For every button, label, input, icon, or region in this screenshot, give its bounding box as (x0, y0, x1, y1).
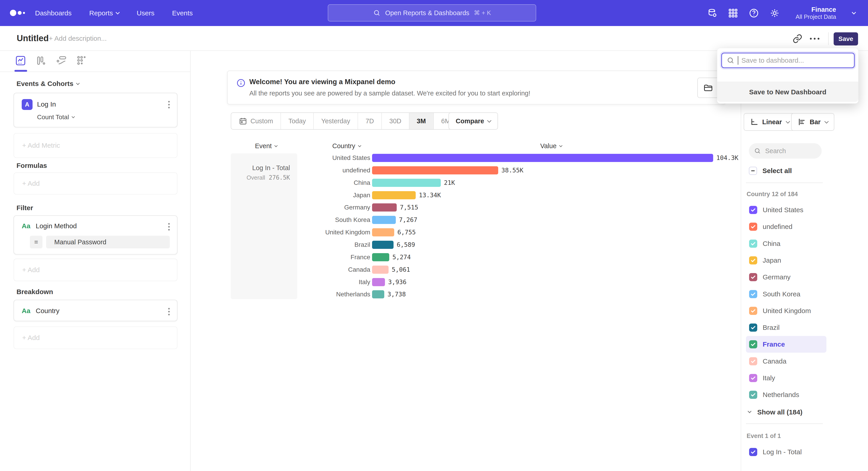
country-filter-row[interactable]: France (746, 336, 827, 353)
bar-category-label: Brazil (267, 241, 370, 249)
country-filter-row[interactable]: China (746, 235, 827, 252)
tab-retention-icon[interactable] (76, 55, 88, 66)
more-options-button[interactable] (807, 31, 822, 46)
range-30d[interactable]: 30D (382, 113, 409, 129)
filter-card[interactable]: Aa Login Method = Manual Password (13, 215, 178, 255)
range-yesterday[interactable]: Yesterday (314, 113, 358, 129)
bar-undefined[interactable] (372, 166, 498, 174)
country-filter-checkbox[interactable] (749, 240, 757, 248)
add-description[interactable]: + Add description... (49, 35, 107, 42)
country-filter-row[interactable]: Brazil (746, 319, 827, 336)
bar-france[interactable] (372, 253, 389, 261)
copy-link-button[interactable] (790, 31, 805, 46)
show-all-button[interactable]: Show all (184) (748, 406, 802, 418)
column-header-country[interactable]: Country (332, 142, 361, 150)
filter-property-name[interactable]: Login Method (36, 222, 77, 230)
country-filter-checkbox[interactable] (749, 256, 757, 264)
bar-china[interactable] (372, 179, 441, 187)
save-button[interactable]: Save (834, 32, 858, 46)
nav-item-events[interactable]: Events (172, 9, 193, 17)
mixpanel-logo-icon[interactable] (9, 8, 28, 18)
save-to-new-dashboard-item[interactable]: Save to New Dashboard (717, 82, 858, 102)
country-filter-row[interactable]: Japan (746, 252, 827, 269)
legend-search-input[interactable]: Search (749, 143, 822, 158)
events-cohorts-label[interactable]: Events & Cohorts (17, 80, 79, 88)
range-3m[interactable]: 3M (409, 113, 434, 129)
query-builder-panel: Events & Cohorts A Log In Count Total + … (0, 51, 191, 471)
bar-japan[interactable] (372, 191, 416, 199)
select-all-row[interactable]: Select all (749, 167, 792, 175)
report-title[interactable]: Untitled (17, 33, 49, 43)
country-filter-checkbox[interactable] (749, 324, 757, 332)
country-filter-row[interactable]: United Kingdom (746, 302, 827, 319)
settings-gear-icon[interactable] (770, 8, 780, 18)
range-today[interactable]: Today (281, 113, 314, 129)
bar-canada[interactable] (372, 266, 389, 274)
global-search-bar[interactable]: Open Reports & Dashboards ⌘ + K (328, 4, 536, 22)
add-formula-button[interactable]: + Add (13, 172, 178, 195)
country-filter-checkbox[interactable] (749, 357, 757, 365)
nav-item-reports[interactable]: Reports (89, 9, 119, 17)
chart-style-selector-button[interactable]: Bar (791, 113, 834, 131)
add-metric-button[interactable]: + Add Metric (13, 133, 178, 158)
country-filter-checkbox[interactable] (749, 273, 757, 281)
country-filter-row[interactable]: United States (746, 202, 827, 218)
bar-category-label: Netherlands (267, 290, 370, 298)
country-filter-row[interactable]: undefined (746, 218, 827, 235)
country-filter-row[interactable]: Netherlands (746, 386, 827, 403)
bar-united-states[interactable] (372, 154, 713, 162)
add-breakdown-button[interactable]: + Add (13, 326, 178, 349)
project-switcher[interactable]: Finance All Project Data (796, 6, 836, 20)
bar-brazil[interactable] (372, 241, 394, 249)
filter-value[interactable]: Manual Password (46, 236, 170, 248)
country-filter-checkbox[interactable] (749, 391, 757, 399)
bar-italy[interactable] (372, 278, 385, 286)
country-filter-checkbox[interactable] (749, 223, 757, 231)
apps-grid-icon[interactable] (728, 8, 738, 18)
country-filter-row[interactable]: Canada (746, 353, 827, 370)
scale-selector-button[interactable]: Linear (744, 113, 796, 131)
bar-value-label: 6,589 (397, 241, 415, 248)
country-filter-checkbox[interactable] (749, 374, 757, 382)
breakdown-options-icon[interactable] (168, 308, 170, 315)
country-filter-checkbox[interactable] (749, 206, 757, 214)
tab-insights-icon[interactable] (15, 55, 26, 66)
filter-operator[interactable]: = (30, 236, 42, 248)
tab-funnels-icon[interactable] (35, 55, 46, 66)
add-filter-button[interactable]: + Add (13, 259, 178, 281)
country-filter-row[interactable]: Italy (746, 370, 827, 386)
nav-item-dashboards[interactable]: Dashboards (35, 9, 72, 17)
range-custom[interactable]: Custom (231, 113, 281, 129)
bar-south-korea[interactable] (372, 216, 396, 224)
event-filter-checkbox[interactable] (749, 448, 757, 456)
nav-item-users[interactable]: Users (137, 9, 154, 17)
event-filter-row[interactable]: Log In - Total (746, 444, 827, 460)
metric-event-name[interactable]: Log In (37, 100, 56, 108)
bar-germany[interactable] (372, 203, 397, 211)
compare-button[interactable]: Compare (448, 112, 498, 129)
tab-flows-icon[interactable] (56, 55, 67, 66)
bar-netherlands[interactable] (372, 290, 384, 298)
country-filter-row[interactable]: Germany (746, 269, 827, 286)
country-filter-checkbox[interactable] (749, 307, 757, 315)
country-filter-checkbox[interactable] (749, 290, 757, 298)
country-filter-row[interactable]: South Korea (746, 286, 827, 302)
country-filter-checkbox[interactable] (749, 340, 757, 348)
metric-card[interactable]: A Log In Count Total (13, 93, 178, 127)
data-management-icon[interactable] (707, 8, 717, 18)
filter-options-icon[interactable] (168, 223, 170, 231)
metric-options-icon[interactable] (168, 101, 170, 108)
save-dashboard-search-input[interactable]: Save to dashboard... (721, 53, 855, 68)
metric-aggregation[interactable]: Count Total (37, 114, 74, 121)
breakdown-property-name[interactable]: Country (36, 307, 59, 315)
range-7d[interactable]: 7D (358, 113, 382, 129)
check-icon (750, 258, 756, 263)
ellipsis-icon (810, 38, 819, 39)
project-chevron-icon[interactable] (852, 10, 856, 14)
help-icon[interactable] (749, 8, 759, 18)
column-header-event[interactable]: Event (255, 142, 277, 150)
bar-united-kingdom[interactable] (372, 228, 394, 236)
select-all-checkbox[interactable] (749, 167, 757, 175)
column-header-value[interactable]: Value (540, 142, 562, 150)
breakdown-card[interactable]: Aa Country (13, 300, 178, 321)
